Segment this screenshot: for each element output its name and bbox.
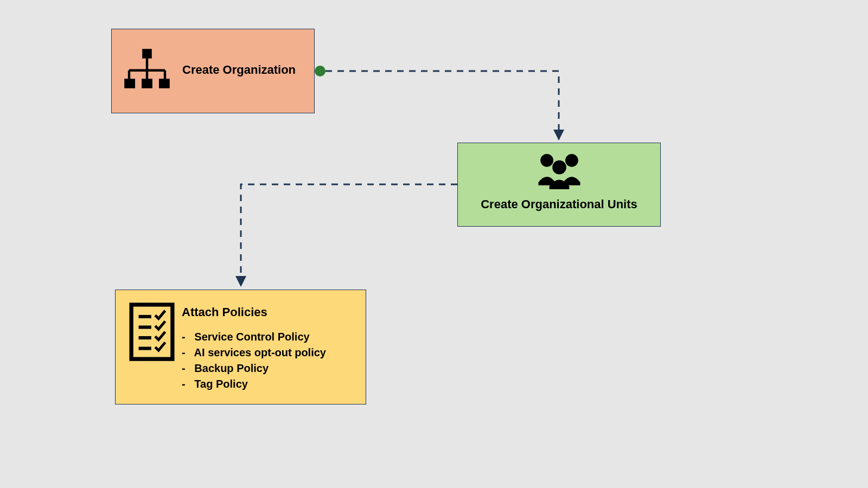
node-ou-label: Create Organizational Units — [458, 197, 660, 211]
policy-item: - Service Control Policy — [182, 329, 358, 345]
users-icon — [529, 150, 589, 193]
svg-point-10 — [565, 154, 578, 167]
node-attach-policies: Attach Policies - Service Control Policy… — [115, 290, 366, 404]
node-create-ou: Create Organizational Units — [457, 143, 661, 227]
svg-rect-12 — [131, 305, 173, 359]
connector-ou-to-pol — [241, 184, 457, 286]
policy-item: - Tag Policy — [182, 376, 358, 392]
checklist-icon — [127, 302, 176, 362]
hierarchy-icon — [117, 42, 177, 101]
node-pol-label: Attach Policies — [182, 305, 358, 319]
svg-point-11 — [552, 160, 566, 175]
start-dot — [315, 66, 326, 76]
svg-rect-0 — [142, 49, 152, 59]
policy-item: - AI services opt-out policy — [182, 345, 358, 361]
policy-item: - Backup Policy — [182, 361, 358, 376]
connector-org-to-ou — [326, 71, 559, 139]
svg-rect-7 — [142, 79, 152, 88]
svg-rect-6 — [124, 79, 135, 88]
node-create-organization: Create Organization — [111, 29, 315, 113]
svg-rect-8 — [159, 79, 170, 88]
node-org-label: Create Organization — [182, 63, 296, 77]
svg-point-9 — [540, 154, 553, 167]
